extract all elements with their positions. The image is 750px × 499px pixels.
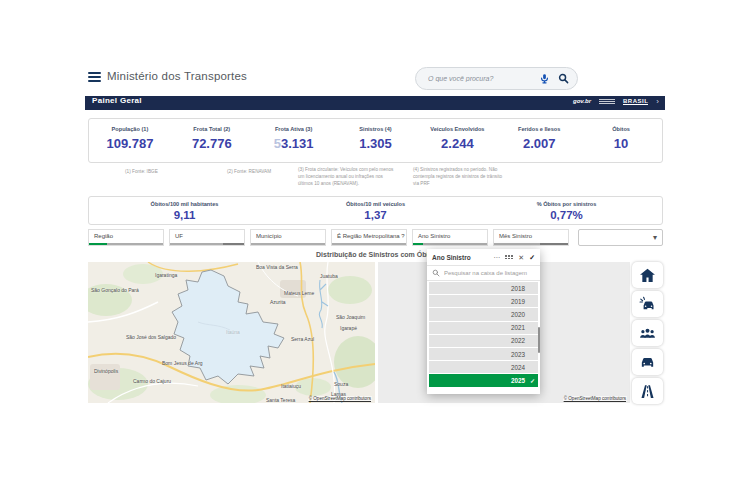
filter-dropdown-empty[interactable]: ▾ <box>578 229 663 246</box>
listbox-header: Ano Sinistro ⋯ ✕ ✓ <box>427 249 540 265</box>
check-icon: ✓ <box>530 377 535 384</box>
selection-grid-icon[interactable] <box>505 255 513 259</box>
govbr-logo: gov.br <box>573 98 591 104</box>
filter-uf[interactable]: UF <box>169 229 245 246</box>
page-title: Painel Geral <box>92 96 142 105</box>
search-icon[interactable] <box>558 73 569 84</box>
kpi-frota-ativa: Frota Ativa (3) 53.131 <box>253 119 335 162</box>
map-label: São Joaquim <box>336 314 365 320</box>
filter-ano-sinistro[interactable]: Ano Sinistro <box>412 229 488 246</box>
nav-crash-button[interactable] <box>632 291 663 317</box>
kpi-card-secondary: Óbitos/100 mil habitantes 9,11 Óbitos/10… <box>88 196 663 225</box>
dashboard-page: Ministério dos Transportes Painel Geral … <box>0 0 750 499</box>
microphone-icon[interactable] <box>539 72 550 85</box>
listbox-search[interactable] <box>427 265 540 281</box>
kpi-veiculos-envolvidos: Veículos Envolvidos 2.244 <box>416 119 498 162</box>
year-option-2023[interactable]: 2023 <box>429 348 538 360</box>
kpi-obitos-10mil-veic: Óbitos/10 mil veículos 1,37 <box>280 197 471 224</box>
footnote-3: (3) Frota circulante: Veículos com pelo … <box>298 167 398 187</box>
filter-regiao[interactable]: Região <box>88 229 164 246</box>
map-label: Itaúna <box>226 329 240 335</box>
map-label: Mateus Leme <box>284 290 314 296</box>
banner-text-marks <box>599 99 615 104</box>
people-group-icon <box>639 325 656 342</box>
kpi-obitos-100mil-hab: Óbitos/100 mil habitantes 9,11 <box>89 197 280 224</box>
osm-attribution-link[interactable]: © OpenStreetMap contributors <box>308 396 372 401</box>
filter-regiao-metropolitana[interactable]: É Região Metropolitana ? <box>331 229 407 246</box>
brasil-logo: BRASIL <box>623 98 648 105</box>
listbox-scrollbar[interactable] <box>538 327 540 353</box>
map-label: Igarapé <box>340 325 357 331</box>
filter-municipio[interactable]: Município <box>250 229 326 246</box>
kpi-frota-total: Frota Total (2) 72.776 <box>171 119 253 162</box>
map-label: Santa Teresa <box>266 397 295 403</box>
search-input[interactable] <box>428 75 539 82</box>
filter-mes-sinistro[interactable]: Mês Sinistro <box>493 229 569 246</box>
map-label: Carmo do Cajuru <box>133 378 171 384</box>
map-label: São José dos Salgado <box>126 334 176 340</box>
listbox-title: Ano Sinistro <box>432 254 488 261</box>
map-label: Azurita <box>270 299 286 305</box>
kpi-populacao: População (1) 109.787 <box>89 119 171 162</box>
kpi-pct-obitos-sinistros: % Óbitos por sinistros 0,77% <box>471 197 662 224</box>
menu-icon[interactable] <box>88 72 101 82</box>
year-option-2024[interactable]: 2024 <box>429 361 538 373</box>
map-label: Bom Jesus de Arg <box>162 360 203 366</box>
cancel-icon[interactable]: ✕ <box>518 254 524 261</box>
site-search[interactable] <box>415 67 578 90</box>
road-icon <box>639 383 656 400</box>
map-label: Igaratinga <box>155 272 177 278</box>
nav-people-button[interactable] <box>632 320 663 346</box>
map-label: Serra Azul <box>291 336 314 342</box>
footnote-2: (2) Fonte: RENAVAM <box>227 169 297 176</box>
osm-attribution-link[interactable]: © OpenStreetMap contributors <box>563 396 627 401</box>
home-icon <box>639 267 656 284</box>
kpi-obitos: Óbitos 10 <box>580 119 662 162</box>
kpi-card-primary: População (1) 109.787 Frota Total (2) 72… <box>88 118 663 163</box>
year-option-2018[interactable]: 2018 <box>429 282 538 294</box>
listbox-search-input[interactable] <box>444 270 535 276</box>
page-banner: Painel Geral gov.br BRASIL › <box>85 96 665 110</box>
app-title: Ministério dos Transportes <box>107 70 247 82</box>
ano-sinistro-listbox: Ano Sinistro ⋯ ✕ ✓ 2018 2019 2020 2021 2… <box>427 249 540 394</box>
kpi-feridos-ilesos: Feridos e Ilesos 2.007 <box>498 119 580 162</box>
confirm-icon[interactable]: ✓ <box>529 254 535 261</box>
osm-map[interactable]: Igaratinga Boa Vista da Serra Juatuba Sã… <box>88 262 375 403</box>
footnote-4: (4) Sinistros registrados no período. Nã… <box>413 167 505 187</box>
year-option-2021[interactable]: 2021 <box>429 322 538 334</box>
map-label: São Gonçalo do Pará <box>91 287 139 293</box>
map-label: Juatuba <box>320 273 338 279</box>
year-option-2019[interactable]: 2019 <box>429 295 538 307</box>
kpi-sinistros: Sinistros (4) 1.305 <box>335 119 417 162</box>
listbox-rows: 2018 2019 2020 2021 2022 2023 2024 2025 … <box>427 281 540 394</box>
year-option-2022[interactable]: 2022 <box>429 335 538 347</box>
year-option-2025-selected[interactable]: 2025 ✓ <box>429 374 538 386</box>
nav-car-button[interactable] <box>632 349 663 375</box>
map-label: Souza <box>334 381 348 387</box>
map-label: Boa Vista da Serra <box>256 264 298 270</box>
footnote-1: (1) Fonte: IBGE <box>125 169 191 176</box>
map-label: Divinópolis <box>94 368 118 374</box>
chevron-down-icon: ▾ <box>653 233 657 242</box>
map-title: Distribuição de Sinistros com Óbito <box>88 251 663 258</box>
car-icon <box>639 354 656 371</box>
more-options-icon[interactable]: ⋯ <box>493 254 500 261</box>
nav-home-button[interactable] <box>632 262 663 288</box>
year-option-2020[interactable]: 2020 <box>429 308 538 320</box>
map-label: Itatiaiuçu <box>281 383 301 389</box>
nav-road-button[interactable] <box>632 378 663 404</box>
car-crash-icon <box>639 296 656 313</box>
banner-chevron-icon[interactable]: › <box>656 97 659 106</box>
search-icon <box>432 269 440 277</box>
